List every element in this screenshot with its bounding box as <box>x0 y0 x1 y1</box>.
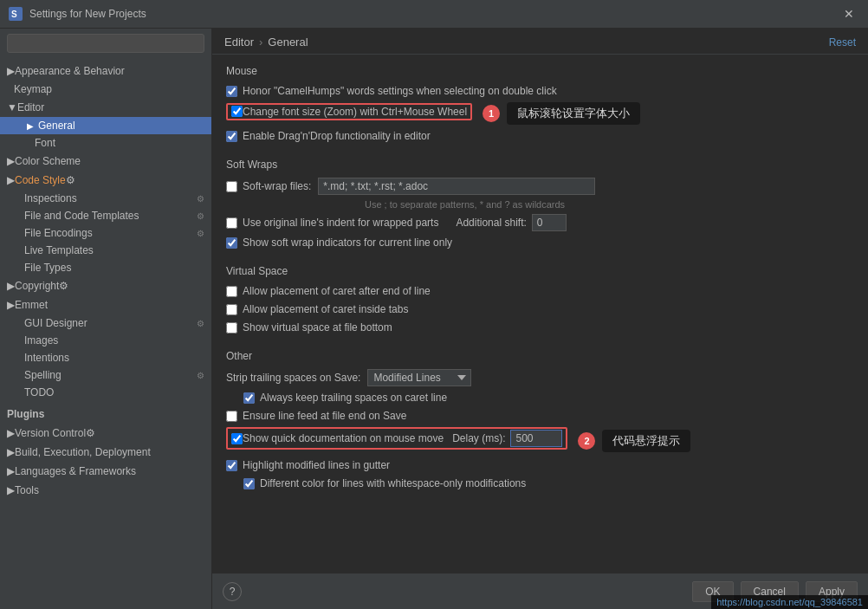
quick-doc-checkbox[interactable] <box>231 433 243 444</box>
sidebar-item-inspections[interactable]: Inspections ⚙ <box>0 190 211 207</box>
sidebar-item-file-types[interactable]: File Types <box>0 259 211 276</box>
sidebar-item-plugins[interactable]: Plugins <box>0 405 211 424</box>
content-area: Editor › General Reset Mouse Honor "Came… <box>212 29 868 609</box>
breadcrumb: Editor › General <box>224 36 308 49</box>
arrow-icon-general: ▶ <box>24 120 36 132</box>
mouse-option3-checkbox[interactable] <box>226 131 237 142</box>
sidebar-item-build-label: Build, Execution, Deployment <box>15 446 151 458</box>
highlight-modified-label: Highlight modified lines in gutter <box>243 459 390 471</box>
soft-wrap-indicators-row: Show soft wrap indicators for current li… <box>226 236 854 249</box>
mouse-option2-label: Change font size (Zoom) with Ctrl+Mouse … <box>243 106 467 118</box>
arrow-icon-editor: ▼ <box>7 101 17 113</box>
sidebar-item-file-encodings[interactable]: File Encodings ⚙ <box>0 224 211 242</box>
keep-trailing-row: Always keep trailing spaces on caret lin… <box>243 391 854 405</box>
sidebar-item-file-code-templates[interactable]: File and Code Templates ⚙ <box>0 207 211 224</box>
main-layout: ▶ Appearance & Behavior Keymap ▼ Editor … <box>0 29 868 609</box>
soft-wrap-indicators-checkbox[interactable] <box>226 237 237 249</box>
mouse-option1-row: Honor "CamelHumps" words settings when s… <box>226 84 854 98</box>
diff-color-row: Different color for lines with whitespac… <box>243 476 854 490</box>
strip-trailing-row: Strip trailing spaces on Save: Modified … <box>226 369 854 386</box>
watermark: https://blog.csdn.net/qq_39846581 <box>711 595 868 609</box>
bubble-text-2: 代码悬浮提示 <box>602 430 690 452</box>
strip-trailing-label: Strip trailing spaces on Save: <box>226 372 360 384</box>
arrow-icon-code-style: ▶ <box>7 174 15 186</box>
breadcrumb-separator: › <box>259 36 262 49</box>
delay-input[interactable] <box>510 430 562 447</box>
sidebar-item-code-style-label: Code Style <box>15 174 66 186</box>
quick-doc-label: Show quick documentation on mouse move <box>243 432 444 444</box>
settings-icon-inspections: ⚙ <box>197 194 204 204</box>
tooltip-bubble-2: 2 代码悬浮提示 <box>578 430 690 452</box>
reset-button[interactable]: Reset <box>829 36 856 49</box>
sidebar-item-editor[interactable]: ▼ Editor <box>0 98 211 117</box>
sidebar-item-font[interactable]: Font <box>0 134 211 152</box>
vs-option1-row: Allow placement of caret after end of li… <box>226 284 854 298</box>
mouse-section: Mouse Honor "CamelHumps" words settings … <box>226 65 854 143</box>
sidebar-item-intentions[interactable]: Intentions <box>0 349 211 366</box>
strip-trailing-select[interactable]: Modified Lines All None <box>367 369 471 386</box>
vs-option2-checkbox[interactable] <box>226 304 237 315</box>
virtual-space-title: Virtual Space <box>226 265 854 277</box>
sidebar-item-intentions-label: Intentions <box>24 352 204 364</box>
search-input[interactable] <box>13 37 198 49</box>
mouse-option3-row: Enable Drag'n'Drop functionality in edit… <box>226 129 854 143</box>
mouse-option1-label: Honor "CamelHumps" words settings when s… <box>243 85 557 97</box>
highlight-modified-checkbox[interactable] <box>226 460 237 471</box>
soft-wrap-checkbox[interactable] <box>226 181 237 192</box>
sidebar-item-live-templates-label: Live Templates <box>24 244 204 256</box>
close-button[interactable]: ✕ <box>839 5 859 23</box>
sidebar-item-appearance[interactable]: ▶ Appearance & Behavior <box>0 62 211 81</box>
sidebar-item-emmet[interactable]: ▶ Emmet <box>0 295 211 314</box>
mouse-option1-checkbox[interactable] <box>226 86 237 97</box>
sidebar-item-inspections-label: Inspections <box>24 192 193 204</box>
sidebar-item-todo[interactable]: TODO <box>0 384 211 401</box>
sidebar-item-build[interactable]: ▶ Build, Execution, Deployment <box>0 443 211 462</box>
soft-wrap-indent-label: Use original line's indent for wrapped p… <box>243 217 438 229</box>
sidebar-item-general[interactable]: ▶ General <box>0 117 211 134</box>
sidebar-item-gui-designer-label: GUI Designer <box>24 317 193 329</box>
mouse-option3-label: Enable Drag'n'Drop functionality in edit… <box>243 130 431 142</box>
mouse-option2-checkbox[interactable] <box>231 106 243 117</box>
diff-color-checkbox[interactable] <box>243 478 255 489</box>
arrow-icon: ▶ <box>7 65 15 77</box>
sidebar-item-color-scheme-label: Color Scheme <box>15 155 81 167</box>
sidebar-item-version-control[interactable]: ▶ Version Control ⚙ <box>0 424 211 443</box>
keep-trailing-checkbox[interactable] <box>243 392 255 404</box>
ensure-line-feed-checkbox[interactable] <box>226 411 237 422</box>
sidebar-item-gui-designer[interactable]: GUI Designer ⚙ <box>0 314 211 332</box>
sidebar-item-keymap[interactable]: Keymap <box>0 81 211 98</box>
vs-option3-checkbox[interactable] <box>226 322 237 334</box>
other-section-title: Other <box>226 350 854 362</box>
sidebar-item-code-style[interactable]: ▶ Code Style ⚙ <box>0 171 211 190</box>
arrow-icon-build: ▶ <box>7 446 15 458</box>
search-box[interactable] <box>7 34 204 53</box>
sidebar-item-tools[interactable]: ▶ Tools <box>0 481 211 500</box>
keep-trailing-label: Always keep trailing spaces on caret lin… <box>260 392 447 404</box>
tooltip-bubble-1: 1 鼠标滚轮设置字体大小 <box>483 102 640 125</box>
sidebar-tree: ▶ Appearance & Behavior Keymap ▼ Editor … <box>0 58 211 609</box>
additional-shift-input[interactable] <box>532 214 567 231</box>
help-button[interactable]: ? <box>223 582 242 601</box>
sidebar-item-version-control-label: Version Control <box>15 427 86 439</box>
arrow-icon-vc: ▶ <box>7 427 15 439</box>
sidebar-item-copyright[interactable]: ▶ Copyright ⚙ <box>0 276 211 295</box>
bubble-text-1: 鼠标滚轮设置字体大小 <box>507 102 640 125</box>
sidebar-item-emmet-label: Emmet <box>15 299 48 311</box>
settings-icon-templates: ⚙ <box>197 211 204 221</box>
sidebar-item-spelling[interactable]: Spelling ⚙ <box>0 366 211 384</box>
delay-label: Delay (ms): <box>452 432 505 444</box>
sidebar-item-images[interactable]: Images <box>0 332 211 349</box>
settings-icon-vc: ⚙ <box>86 427 95 439</box>
sidebar-item-live-templates[interactable]: Live Templates <box>0 242 211 259</box>
sidebar-item-color-scheme[interactable]: ▶ Color Scheme <box>0 152 211 171</box>
sidebar-item-copyright-label: Copyright <box>15 280 59 292</box>
settings-icon-code-style: ⚙ <box>66 174 75 186</box>
soft-wrap-indent-checkbox[interactable] <box>226 217 237 229</box>
sidebar-item-tools-label: Tools <box>15 484 39 496</box>
soft-wrap-input[interactable] <box>318 178 595 195</box>
sidebar-item-languages[interactable]: ▶ Languages & Frameworks <box>0 462 211 481</box>
ensure-line-feed-row: Ensure line feed at file end on Save <box>226 409 854 423</box>
vs-option2-row: Allow placement of caret inside tabs <box>226 302 854 316</box>
vs-option1-checkbox[interactable] <box>226 286 237 297</box>
soft-wraps-title: Soft Wraps <box>226 159 854 171</box>
